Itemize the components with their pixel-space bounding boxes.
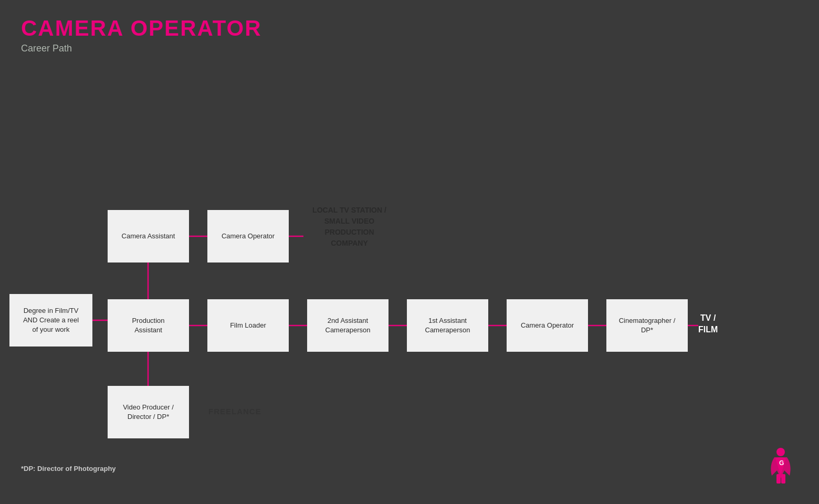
entry-line3: of your work	[33, 326, 70, 333]
svg-text:G: G	[779, 459, 784, 467]
2ac-line1: 2nd Assistant	[328, 317, 368, 324]
page-subtitle: Career Path	[21, 43, 262, 54]
entry-line1: Degree in Film/TV	[24, 307, 79, 314]
entry-box: Degree in Film/TV AND Create a reel of y…	[9, 294, 92, 346]
camera-operator-main-box: Camera Operator	[507, 299, 588, 352]
pa-line2: Assistant	[134, 326, 162, 334]
header: CAMERA OPERATOR Career Path	[21, 16, 262, 54]
tv-film-label: TV / FILM	[698, 312, 718, 336]
freelance-label: FREELANCE	[208, 407, 261, 416]
second-ac-box: 2nd Assistant Cameraperson	[307, 299, 388, 352]
video-producer-box: Video Producer / Director / DP*	[108, 386, 189, 438]
1ac-line1: 1st Assistant	[428, 317, 467, 324]
vp-line2: Director / DP*	[128, 413, 169, 421]
cin-line1: Cinematographer /	[619, 317, 676, 324]
logo-icon: G	[764, 447, 798, 486]
2ac-line2: Cameraperson	[326, 326, 371, 334]
entry-line2: AND Create a reel	[23, 316, 79, 324]
cinematographer-box: Cinematographer / DP*	[606, 299, 688, 352]
svg-rect-11	[776, 474, 781, 484]
local-tv-label: LOCAL TV STATION / SMALL VIDEO PRODUCTIO…	[303, 205, 395, 249]
footnote: *DP: Director of Photography	[21, 465, 116, 472]
1ac-line2: Cameraperson	[425, 326, 470, 334]
vp-line1: Video Producer /	[123, 403, 174, 411]
pa-line1: Production	[132, 317, 164, 324]
first-ac-box: 1st Assistant Cameraperson	[407, 299, 488, 352]
svg-point-10	[776, 448, 785, 456]
film-loader-box: Film Loader	[207, 299, 289, 352]
page-title: CAMERA OPERATOR	[21, 16, 262, 41]
diagram: Degree in Film/TV AND Create a reel of y…	[0, 94, 819, 504]
camera-assistant-label: Camera Assistant	[122, 232, 175, 241]
logo: G	[764, 447, 798, 488]
camera-operator-top-box: Camera Operator	[207, 210, 289, 262]
camera-operator-main-label: Camera Operator	[521, 321, 574, 330]
film-loader-label: Film Loader	[230, 321, 266, 330]
svg-rect-12	[781, 474, 785, 484]
cin-line2: DP*	[641, 326, 653, 334]
camera-assistant-box: Camera Assistant	[108, 210, 189, 262]
camera-operator-top-label: Camera Operator	[222, 232, 275, 241]
production-assistant-box: Production Assistant	[108, 299, 189, 352]
